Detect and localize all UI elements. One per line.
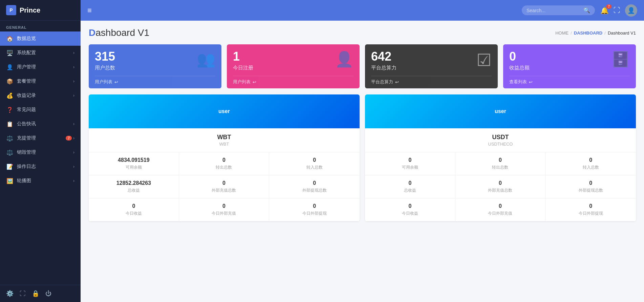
sidebar-item-label: 用户管理	[17, 64, 73, 70]
wbt-total-revenue-label: 总收益	[92, 188, 175, 193]
wbt-subtitle: WBT	[94, 142, 354, 147]
wbt-transfer-out: 0 转出总数	[179, 152, 270, 175]
check-square-icon: ☑	[476, 50, 492, 70]
usdt-ext-withdraw-label: 外部提现总数	[549, 188, 632, 193]
user-icon: 👤	[6, 63, 14, 71]
sidebar-item-revenue-record[interactable]: 💰 收益记录 ›	[0, 88, 81, 103]
sidebar-item-label: 轮播图	[17, 178, 73, 184]
sidebar-item-system-config[interactable]: 🖥️ 系统配置 ›	[0, 46, 81, 60]
chevron-right-icon: ›	[73, 122, 74, 126]
wbt-panel: user WBT WBT 4834.091519 可用余额 0 转出总数	[89, 94, 360, 221]
arrow-icon: ↩	[253, 80, 256, 85]
wbt-transfer-in-value: 0	[273, 157, 356, 163]
users-icon: 👥	[197, 50, 215, 68]
fullscreen-icon[interactable]: ⛶	[20, 290, 26, 297]
chevron-right-icon: ›	[73, 136, 74, 141]
chevron-right-icon: ›	[73, 65, 74, 69]
stat-footer-label-register: 用户列表	[233, 79, 251, 85]
sidebar-item-op-log[interactable]: 📝 操作日志 ›	[0, 159, 81, 174]
main-area: ≡ 🔍 🔔 7 ⛶ 👤 Dashboard V1 HOME / DASHBOAR…	[81, 0, 644, 302]
wbt-available-balance: 4834.091519 可用余额	[89, 152, 179, 175]
sidebar-item-label: 系统配置	[17, 50, 73, 56]
usdt-stats-row1: 0 可用余额 0 转出总数 0 转入总数	[365, 152, 636, 175]
breadcrumb-dashboard[interactable]: DASHBOARD	[574, 30, 603, 36]
sidebar-logo: P Prince	[0, 0, 81, 21]
wbt-today-ext-withdraw: 0 今日外部提现	[269, 198, 360, 221]
wbt-transfer-out-label: 转出总数	[183, 165, 266, 170]
user-single-icon: 👤	[335, 50, 353, 68]
sidebar-section-general: GENERAL	[0, 21, 81, 31]
sidebar-footer: ⚙️ ⛶ 🔒 ⏻	[0, 285, 81, 302]
search-input[interactable]	[527, 8, 581, 13]
sidebar-item-destroy-mgmt[interactable]: ⚖️ 销毁管理 ›	[0, 145, 81, 159]
sidebar-item-recharge-mgmt[interactable]: ⚖️ 充提管理 7 ›	[0, 131, 81, 145]
stat-footer-label-hashrate: 平台总算力	[371, 79, 393, 85]
package-icon: 📦	[6, 78, 14, 85]
usdt-title-section: USDT USDTHECO	[365, 128, 636, 152]
wbt-total-revenue: 12852.284263 总收益	[89, 175, 179, 198]
hamburger-button[interactable]: ≡	[87, 6, 92, 15]
notification-badge: 7	[606, 4, 611, 9]
stat-card-total-users: 315 用户总数 👥 用户列表 ↩	[89, 44, 221, 88]
wbt-available-value: 4834.091519	[92, 157, 175, 163]
notification-button[interactable]: 🔔 7	[600, 6, 609, 15]
stat-footer-users[interactable]: 用户列表 ↩	[95, 76, 215, 88]
settings-icon[interactable]: ⚙️	[6, 290, 14, 297]
sidebar-item-label: 销毁管理	[17, 149, 73, 155]
usdt-panel-banner: user	[365, 94, 636, 128]
search-icon: 🔍	[583, 7, 590, 14]
sidebar-item-faq[interactable]: ❓ 常见问题	[0, 103, 81, 117]
wbt-transfer-in: 0 转入总数	[269, 152, 360, 175]
wbt-today-ext-deposit-label: 今日外部充值	[183, 211, 266, 216]
sidebar-item-label: 套餐管理	[17, 78, 73, 84]
breadcrumb-home[interactable]: HOME	[555, 30, 568, 36]
sidebar-item-label: 公告快讯	[17, 121, 73, 127]
sidebar-item-user-mgmt[interactable]: 👤 用户管理 ›	[0, 60, 81, 74]
stat-card-hashrate: 642 平台总算力 ☑ 平台总算力 ↩	[365, 44, 498, 88]
wbt-panel-banner: user	[89, 94, 360, 128]
wbt-title: WBT	[94, 134, 354, 141]
wbt-ext-withdraw-label: 外部提现总数	[273, 188, 356, 193]
arrow-icon: ↩	[529, 80, 533, 85]
database-icon: 🗄️	[611, 50, 630, 68]
wbt-available-label: 可用余额	[92, 165, 175, 170]
wbt-stats-row1: 4834.091519 可用余额 0 转出总数 0 转入总数	[89, 152, 360, 175]
wbt-ext-deposit-label: 外部充值总数	[183, 188, 266, 193]
user-avatar[interactable]: 👤	[625, 4, 637, 17]
destroy-icon: ⚖️	[6, 149, 14, 156]
usdt-today-revenue-label: 今日收益	[368, 211, 452, 216]
usdt-ext-deposit-label: 外部充值总数	[459, 188, 542, 193]
lock-icon[interactable]: 🔒	[32, 290, 39, 297]
stat-footer-hashrate[interactable]: 平台总算力 ↩	[371, 76, 492, 88]
wbt-today-revenue-label: 今日收益	[92, 211, 175, 216]
usdt-stats-row2: 0 总收益 0 外部充值总数 0 外部提现总数	[365, 175, 636, 198]
usdt-available-balance: 0 可用余额	[365, 152, 455, 175]
image-icon: 🖼️	[6, 177, 14, 185]
sidebar-item-package-mgmt[interactable]: 📦 套餐管理 ›	[0, 74, 81, 88]
sidebar-item-banner[interactable]: 🖼️ 轮播图 ›	[0, 174, 81, 188]
data-panels: user WBT WBT 4834.091519 可用余额 0 转出总数	[89, 94, 636, 221]
stat-footer-label-revenue: 查看列表	[509, 79, 527, 85]
sidebar-item-data-overview[interactable]: 🏠 数据总览	[0, 31, 81, 46]
usdt-transfer-out-label: 转出总数	[459, 165, 542, 170]
sidebar-item-label: 常见问题	[17, 107, 74, 113]
stat-label-users: 用户总数	[95, 65, 115, 71]
power-icon[interactable]: ⏻	[45, 290, 51, 297]
usdt-transfer-in-label: 转入总数	[549, 165, 632, 170]
chevron-right-icon: ›	[73, 50, 74, 55]
wbt-stats-row2: 12852.284263 总收益 0 外部充值总数 0 外部提现总数	[89, 175, 360, 198]
search-box[interactable]: 🔍	[522, 5, 595, 15]
arrow-icon: ↩	[114, 80, 118, 85]
fullscreen-button[interactable]: ⛶	[614, 6, 620, 14]
breadcrumb-current: Dashboard V1	[608, 30, 636, 36]
stat-number-register: 1	[233, 50, 253, 63]
sidebar-item-announcement[interactable]: 📋 公告快讯 ›	[0, 117, 81, 131]
recharge-badge: 7	[66, 136, 72, 141]
usdt-total-revenue: 0 总收益	[365, 175, 455, 198]
usdt-total-revenue-label: 总收益	[368, 188, 452, 193]
stat-footer-revenue[interactable]: 查看列表 ↩	[509, 76, 630, 88]
wbt-ext-withdraw: 0 外部提现总数	[269, 175, 360, 198]
stat-footer-register[interactable]: 用户列表 ↩	[233, 76, 353, 88]
chevron-right-icon: ›	[73, 150, 74, 155]
sidebar-item-label: 充提管理	[17, 135, 66, 141]
